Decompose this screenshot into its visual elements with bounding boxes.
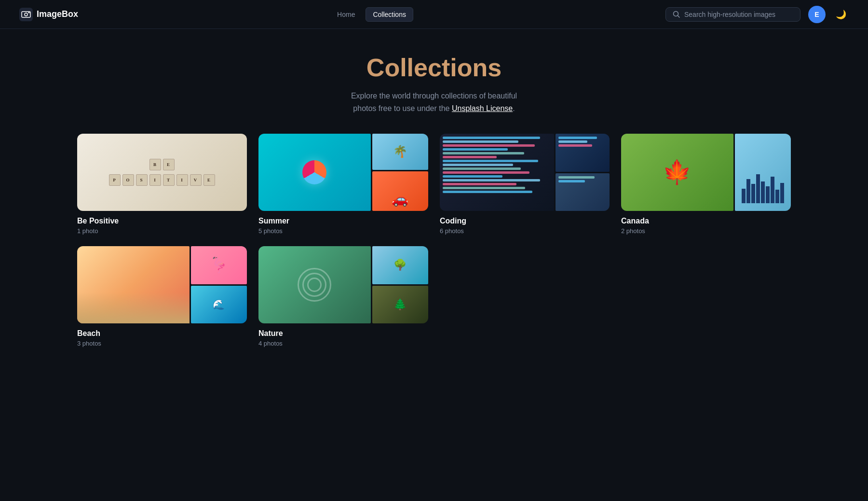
collection-name-coding: Coding xyxy=(440,217,610,225)
license-link[interactable]: Unsplash License xyxy=(452,104,513,112)
beach-flamingo-img: 🦩 xyxy=(191,246,247,284)
collection-thumbnail-be-positive: B E P O S I T I V E xyxy=(77,134,247,211)
search-icon xyxy=(673,11,680,18)
collection-thumbnail-nature: 🌳 🌲 xyxy=(258,246,428,323)
collection-card-canada[interactable]: 🍁 xyxy=(621,134,791,235)
brand-name: ImageBox xyxy=(37,9,78,19)
nav-links: Home Collections xyxy=(330,7,413,22)
collection-name-nature: Nature xyxy=(258,329,428,338)
coding-desk-img xyxy=(556,173,610,211)
pool-ball xyxy=(302,160,326,184)
summer-car-img: 🚗 xyxy=(372,171,428,211)
summer-pool-img xyxy=(258,134,371,211)
summer-palm-img: 🌴 xyxy=(372,134,428,170)
nature-tree-img: 🌲 xyxy=(372,286,428,324)
scrabble-display: B E P O S I T I V E xyxy=(109,159,215,186)
collection-thumbnail-coding xyxy=(440,134,610,211)
collection-thumbnail-summer: 🌴 🚗 xyxy=(258,134,428,211)
beach-water-img: 🌊 xyxy=(191,286,247,324)
svg-point-3 xyxy=(28,12,30,13)
collection-count-summer: 5 photos xyxy=(258,227,428,235)
main-content: Collections Explore the world through co… xyxy=(0,29,868,371)
theme-toggle-button[interactable]: 🌙 xyxy=(833,7,849,22)
collection-thumbnail-beach: 🦩 🌊 xyxy=(77,246,247,323)
collection-count-canada: 2 photos xyxy=(621,227,791,235)
page-header: Collections Explore the world through co… xyxy=(77,53,791,114)
navbar-right: E 🌙 xyxy=(665,6,849,23)
collection-name-canada: Canada xyxy=(621,217,791,225)
collection-card-coding[interactable]: Coding 6 photos xyxy=(440,134,610,235)
canada-leaf-img: 🍁 xyxy=(621,134,733,211)
collection-thumbnail-canada: 🍁 xyxy=(621,134,791,211)
page-description: Explore the world through collections of… xyxy=(77,90,791,114)
collection-count-be-positive: 1 photo xyxy=(77,227,247,235)
coding-laptop-img xyxy=(556,134,610,172)
collection-card-be-positive[interactable]: B E P O S I T I V E Be Positive xyxy=(77,134,247,235)
collection-count-coding: 6 photos xyxy=(440,227,610,235)
collection-name-beach: Beach xyxy=(77,329,247,338)
collections-grid: B E P O S I T I V E Be Positive xyxy=(77,134,791,347)
canada-city-img xyxy=(735,134,791,211)
collection-count-beach: 3 photos xyxy=(77,340,247,347)
nature-sunset-img: 🌳 xyxy=(372,246,428,284)
search-input[interactable] xyxy=(684,11,793,18)
collection-count-nature: 4 photos xyxy=(258,340,428,347)
logo-icon xyxy=(19,8,33,21)
collection-card-beach[interactable]: 🦩 🌊 Beach 3 photos xyxy=(77,246,247,347)
nature-green-img xyxy=(258,246,371,323)
beach-sunset-img xyxy=(77,246,190,323)
page-title: Collections xyxy=(77,53,791,82)
collection-card-summer[interactable]: 🌴 🚗 Summer 5 photos xyxy=(258,134,428,235)
search-bar[interactable] xyxy=(665,7,800,22)
logo-area: ImageBox xyxy=(19,8,78,21)
coding-code-img xyxy=(440,134,554,211)
avatar[interactable]: E xyxy=(808,6,826,23)
description-suffix: . xyxy=(513,104,515,112)
collection-card-nature[interactable]: 🌳 🌲 Nature 4 photos xyxy=(258,246,428,347)
nav-collections[interactable]: Collections xyxy=(366,7,413,22)
nav-home[interactable]: Home xyxy=(330,8,362,21)
navbar: ImageBox Home Collections E 🌙 xyxy=(0,0,868,29)
svg-rect-0 xyxy=(19,8,33,21)
collection-name-summer: Summer xyxy=(258,217,428,225)
collection-name-be-positive: Be Positive xyxy=(77,217,247,225)
svg-line-5 xyxy=(678,15,680,17)
